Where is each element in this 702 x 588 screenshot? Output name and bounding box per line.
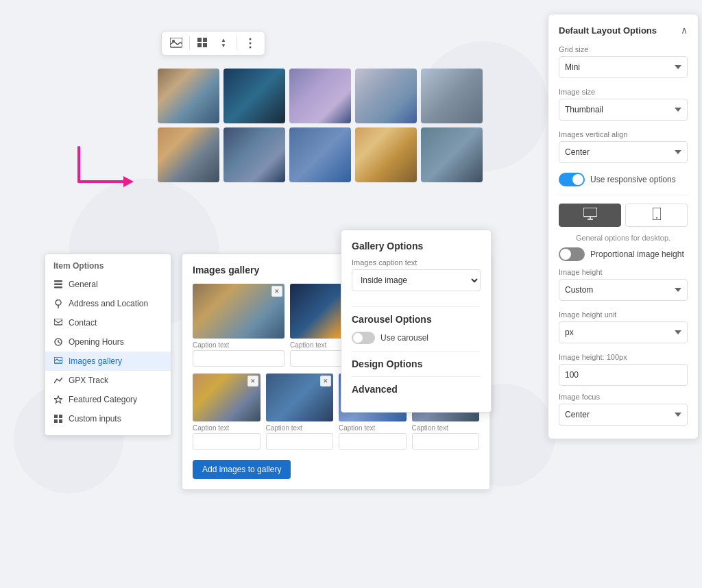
svg-rect-7 (197, 43, 202, 47)
svg-rect-8 (203, 43, 207, 47)
preview-img-7 (223, 127, 285, 182)
preview-img-6 (158, 127, 219, 182)
gallery-close-1[interactable]: ✕ (271, 286, 282, 297)
svg-rect-23 (54, 415, 58, 418)
track-icon (53, 376, 63, 385)
svg-point-11 (250, 47, 252, 49)
svg-point-10 (250, 42, 252, 45)
sidebar-item-contact[interactable]: Contact (45, 313, 171, 332)
arrows-icon[interactable]: ▲ ▼ (216, 36, 231, 51)
preview-img-5 (421, 69, 483, 123)
svg-rect-24 (59, 415, 62, 418)
sidebar-item-custom[interactable]: Custom inputs (45, 409, 171, 428)
proportional-toggle[interactable] (559, 247, 585, 261)
images-caption-select[interactable]: Inside image Below image None (352, 269, 481, 291)
preview-img-1 (158, 69, 219, 123)
desktop-tab[interactable] (559, 204, 621, 227)
svg-rect-17 (54, 319, 62, 325)
caption-label-4: Caption text (193, 424, 261, 432)
svg-marker-22 (54, 396, 62, 404)
caption-label-1: Caption text (193, 341, 285, 349)
use-responsive-label: Use responsive options (590, 175, 676, 184)
use-responsive-toggle[interactable] (559, 173, 585, 186)
use-carousel-toggle[interactable] (352, 332, 375, 344)
collapse-icon[interactable]: ∧ (681, 25, 688, 36)
advanced-title: Advanced (352, 384, 481, 395)
svg-line-20 (58, 342, 60, 343)
sidebar-item-hours[interactable]: Opening Hours (45, 332, 171, 352)
caption-input-4[interactable] (193, 433, 261, 450)
svg-rect-27 (583, 208, 597, 217)
gallery-item-4: ✕ Caption text (193, 373, 261, 450)
device-tabs (559, 204, 688, 227)
image-height-unit-select[interactable]: px em % vh (559, 321, 688, 343)
image-icon[interactable] (169, 36, 184, 51)
proportional-label: Proportional image height (590, 249, 684, 259)
svg-rect-25 (54, 419, 58, 423)
gallery-close-4[interactable]: ✕ (247, 376, 258, 387)
gallery-nav-icon (53, 356, 63, 366)
gallery-item-1: ✕ Caption text (193, 284, 285, 367)
images-caption-label: Images caption text (352, 258, 481, 267)
preview-img-10 (421, 127, 483, 182)
image-height-value-input[interactable] (559, 364, 688, 386)
caption-label-6: Caption text (339, 424, 407, 432)
image-focus-select[interactable]: Center Top Bottom Left Right (559, 404, 688, 426)
grid-size-select[interactable]: Mini Small Medium Large (559, 56, 688, 78)
image-size-select[interactable]: Thumbnail Medium Large Full (559, 99, 688, 121)
popup-divider-2 (352, 351, 481, 352)
sidebar-title: Item Options (45, 254, 171, 275)
gallery-close-5[interactable]: ✕ (320, 376, 331, 387)
toolbar-divider-2 (237, 36, 237, 50)
add-images-button[interactable]: Add images to gallery (193, 460, 291, 479)
sidebar-item-featured[interactable]: Featured Category (45, 390, 171, 409)
preview-img-2 (223, 69, 285, 123)
svg-rect-6 (203, 38, 207, 42)
grid-size-label: Grid size (559, 45, 688, 53)
sidebar-item-gallery[interactable]: Images gallery (45, 352, 171, 371)
location-icon (53, 299, 63, 308)
star-icon (53, 395, 63, 404)
mobile-tab[interactable] (625, 204, 688, 227)
image-size-label: Image size (559, 88, 688, 96)
right-panel: Default Layout Options ∧ Grid size Mini … (548, 14, 699, 439)
design-options-title: Design Options (352, 358, 481, 369)
caption-label-7: Caption text (412, 424, 480, 432)
desktop-icon (583, 208, 597, 223)
use-carousel-row: Use carousel (352, 332, 481, 344)
image-height-label: Image height (559, 268, 688, 276)
carousel-options-title: Carousel Options (352, 314, 481, 325)
vertical-align-label: Images vertical align (559, 130, 688, 138)
desktop-desc: General options for desktop. (559, 234, 688, 242)
preview-img-9 (355, 127, 417, 182)
caption-input-5[interactable] (266, 433, 334, 450)
svg-point-15 (56, 299, 61, 305)
sidebar-item-address[interactable]: Address and Location (45, 294, 171, 313)
arrow-pointer (65, 134, 134, 204)
caption-input-1[interactable] (193, 350, 285, 367)
proportional-row: Proportional image height (559, 247, 688, 261)
toolbar-divider-1 (189, 36, 190, 50)
sidebar-item-gpx[interactable]: GPX Track (45, 371, 171, 390)
right-panel-title: Default Layout Options (559, 25, 657, 36)
contact-icon (53, 318, 63, 328)
general-icon (53, 280, 63, 289)
grid-icon[interactable] (195, 36, 210, 51)
gallery-item-5: ✕ Caption text (266, 373, 334, 450)
use-carousel-label: Use carousel (380, 333, 428, 343)
caption-input-6[interactable] (339, 433, 407, 450)
vertical-align-select[interactable]: Center Top Bottom (559, 141, 688, 163)
popup-divider-3 (352, 376, 481, 377)
more-menu-icon[interactable] (243, 36, 258, 51)
sidebar-item-general[interactable]: General (45, 275, 171, 294)
editor-toolbar: ▲ ▼ (161, 31, 265, 56)
svg-rect-13 (54, 284, 62, 286)
caption-input-7[interactable] (412, 433, 480, 450)
svg-rect-26 (59, 419, 62, 423)
custom-icon (53, 414, 63, 424)
image-height-select[interactable]: Custom Auto Fixed (559, 279, 688, 301)
image-height-unit-label: Image height unit (559, 310, 688, 319)
use-responsive-row: Use responsive options (559, 173, 688, 186)
preview-img-4 (355, 69, 417, 123)
preview-img-8 (289, 127, 351, 182)
